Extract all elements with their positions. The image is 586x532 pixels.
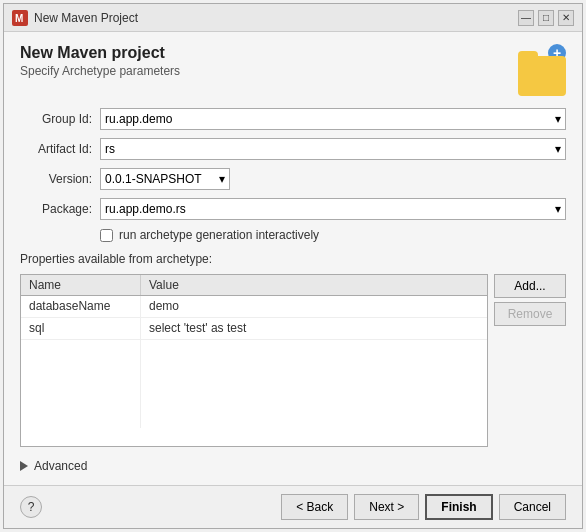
properties-label: Properties available from archetype: (20, 252, 566, 266)
table-row[interactable]: databaseName demo (21, 296, 487, 318)
row-1-value: demo (141, 296, 487, 317)
empty-cell (21, 362, 141, 384)
maximize-button[interactable]: □ (538, 10, 554, 26)
row-2-name: sql (21, 318, 141, 339)
page-title: New Maven project (20, 44, 180, 62)
advanced-label: Advanced (34, 459, 87, 473)
version-dropdown-icon: ▾ (219, 172, 225, 186)
footer-right: < Back Next > Finish Cancel (281, 494, 566, 520)
empty-cell (141, 340, 487, 362)
content-area: New Maven project Specify Archetype para… (4, 32, 582, 485)
folder-icon (518, 56, 566, 96)
table-row-empty-2 (21, 362, 487, 384)
page-subtitle: Specify Archetype parameters (20, 64, 180, 78)
main-window: M New Maven Project — □ ✕ New Maven proj… (3, 3, 583, 529)
maven-icon: M (12, 10, 28, 26)
empty-cell (21, 406, 141, 428)
package-input[interactable]: ru.app.demo.rs ▾ (100, 198, 566, 220)
footer-left: ? (20, 496, 42, 518)
artifact-id-value: rs (105, 142, 115, 156)
artifact-id-dropdown-icon: ▾ (555, 142, 561, 156)
cancel-button[interactable]: Cancel (499, 494, 566, 520)
row-2-value: select 'test' as test (141, 318, 487, 339)
package-dropdown-icon: ▾ (555, 202, 561, 216)
checkbox-label: run archetype generation interactively (119, 228, 319, 242)
group-id-dropdown-icon: ▾ (555, 112, 561, 126)
empty-cell (141, 362, 487, 384)
properties-buttons: Add... Remove (494, 274, 566, 447)
table-body: databaseName demo sql select 'test' as t… (21, 296, 487, 428)
empty-cell (141, 384, 487, 406)
title-bar-controls: — □ ✕ (518, 10, 574, 26)
header-text: New Maven project Specify Archetype para… (20, 44, 180, 78)
package-value: ru.app.demo.rs (105, 202, 186, 216)
artifact-id-label: Artifact Id: (20, 142, 92, 156)
properties-table: Name Value databaseName demo sql select … (20, 274, 488, 447)
version-value: 0.0.1-SNAPSHOT (105, 172, 202, 186)
title-bar-left: M New Maven Project (12, 10, 138, 26)
svg-text:M: M (15, 13, 23, 24)
empty-cell (21, 384, 141, 406)
version-row: Version: 0.0.1-SNAPSHOT ▾ (20, 168, 566, 190)
minimize-button[interactable]: — (518, 10, 534, 26)
table-row-empty-4 (21, 406, 487, 428)
empty-cell (21, 340, 141, 362)
help-button[interactable]: ? (20, 496, 42, 518)
group-id-label: Group Id: (20, 112, 92, 126)
header-section: New Maven project Specify Archetype para… (20, 44, 566, 96)
add-property-button[interactable]: Add... (494, 274, 566, 298)
name-column-header: Name (21, 275, 141, 295)
advanced-triangle-icon (20, 461, 28, 471)
value-column-header: Value (141, 275, 487, 295)
artifact-id-input[interactable]: rs ▾ (100, 138, 566, 160)
table-row-empty-1 (21, 340, 487, 362)
remove-property-button[interactable]: Remove (494, 302, 566, 326)
group-id-row: Group Id: ru.app.demo ▾ (20, 108, 566, 130)
properties-section: Name Value databaseName demo sql select … (20, 274, 566, 447)
group-id-value: ru.app.demo (105, 112, 172, 126)
empty-cell (141, 406, 487, 428)
package-row: Package: ru.app.demo.rs ▾ (20, 198, 566, 220)
advanced-section[interactable]: Advanced (20, 459, 566, 473)
back-button[interactable]: < Back (281, 494, 348, 520)
group-id-input[interactable]: ru.app.demo ▾ (100, 108, 566, 130)
title-bar: M New Maven Project — □ ✕ (4, 4, 582, 32)
next-button[interactable]: Next > (354, 494, 419, 520)
package-label: Package: (20, 202, 92, 216)
window-title: New Maven Project (34, 11, 138, 25)
finish-button[interactable]: Finish (425, 494, 492, 520)
table-row-empty-3 (21, 384, 487, 406)
header-icon: + (514, 44, 566, 96)
table-header: Name Value (21, 275, 487, 296)
version-label: Version: (20, 172, 92, 186)
footer: ? < Back Next > Finish Cancel (4, 485, 582, 528)
interactive-checkbox[interactable] (100, 229, 113, 242)
artifact-id-row: Artifact Id: rs ▾ (20, 138, 566, 160)
row-1-name: databaseName (21, 296, 141, 317)
table-row[interactable]: sql select 'test' as test (21, 318, 487, 340)
version-select[interactable]: 0.0.1-SNAPSHOT ▾ (100, 168, 230, 190)
checkbox-row: run archetype generation interactively (100, 228, 566, 242)
close-button[interactable]: ✕ (558, 10, 574, 26)
